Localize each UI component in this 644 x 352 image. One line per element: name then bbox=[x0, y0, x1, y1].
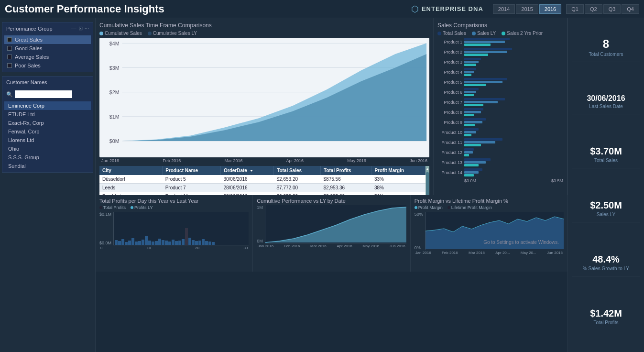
perf-item-1[interactable]: Good Sales bbox=[4, 44, 91, 53]
logo: ⬡ ENTERPRISE DNA bbox=[411, 4, 483, 14]
legend-dot-2 bbox=[148, 32, 152, 35]
top-charts-row: Cumulative Sales Time Frame Comparisons … bbox=[96, 18, 568, 195]
profit-margin-chart: Profit Margin vs Lifetime Profit Margin … bbox=[411, 195, 568, 272]
kpi-panel: 8 Total Customers 30/06/2016 Last Sales … bbox=[568, 18, 644, 352]
customer-item-6[interactable]: S.S.S. Group bbox=[4, 153, 91, 162]
legend-dot-total bbox=[437, 32, 441, 35]
table-cell-1-2: 28/06/2016 bbox=[220, 184, 273, 192]
profit-margin-area: 50% 0% Go to Settings to activate Window… bbox=[415, 212, 564, 250]
profit-bar-10 bbox=[148, 241, 151, 245]
kpi-last-sales-date-value: 30/06/2016 bbox=[572, 94, 640, 103]
area-chart-svg: $4M $3M $2M $1M $0M bbox=[99, 38, 429, 157]
bar-10-1 bbox=[464, 141, 495, 143]
bar-group-0 bbox=[464, 38, 563, 46]
bar-12-1 bbox=[464, 161, 486, 164]
profit-bar-14 bbox=[162, 240, 164, 245]
bar-11-2 bbox=[464, 154, 469, 156]
profit-bar-21 bbox=[185, 228, 188, 245]
year-button-2014[interactable]: 2014 bbox=[493, 4, 515, 14]
legend-profit-margin: Profit Margin bbox=[415, 205, 443, 210]
legend-cumulative-sales-ly: Cumulative Sales LY bbox=[148, 31, 197, 36]
page-title: Customer Performance Insights bbox=[5, 3, 411, 15]
customer-search-input[interactable] bbox=[15, 90, 72, 98]
perf-checkbox-1 bbox=[7, 46, 12, 51]
quarter-button-Q3[interactable]: Q3 bbox=[603, 4, 621, 14]
bar-label-13: Product 14 bbox=[437, 170, 462, 175]
legend-total-profits: Total Profits bbox=[99, 205, 126, 210]
profit-bar-16 bbox=[168, 242, 171, 245]
quarter-button-Q4[interactable]: Q4 bbox=[622, 4, 639, 14]
legend-label-2: Cumulative Sales LY bbox=[153, 31, 197, 36]
bar-11-0 bbox=[464, 148, 474, 151]
area-bottom-pm: Go to Settings to activate Windows. bbox=[425, 212, 564, 250]
kpi-sales-ly-value: $2.50M bbox=[572, 199, 640, 211]
bar-6-1 bbox=[464, 101, 498, 103]
table-row: DüsseldorfProduct 530/06/2016$2,653.20$8… bbox=[99, 175, 426, 184]
bar-10-0 bbox=[464, 138, 502, 141]
scroll-up[interactable]: ▲ bbox=[426, 167, 429, 171]
bar-7-1 bbox=[464, 111, 481, 113]
bar-group-12 bbox=[464, 158, 563, 166]
bar-row-4: Product 5 bbox=[437, 78, 563, 86]
profit-bar-7 bbox=[138, 241, 141, 245]
year-filter: 201420152016 bbox=[493, 4, 561, 14]
kpi-sales-ly: $2.50M Sales LY bbox=[572, 199, 640, 222]
customer-item-4[interactable]: Llorens Ltd bbox=[4, 136, 91, 144]
bar-label-7: Product 8 bbox=[437, 110, 462, 115]
bar-13-2 bbox=[464, 174, 474, 176]
profits-day-chart-area: $0.1M $0.0M bbox=[99, 212, 249, 245]
customer-item-7[interactable]: Sundial bbox=[4, 162, 91, 170]
bar-10-2 bbox=[464, 144, 481, 146]
quarter-button-Q2[interactable]: Q2 bbox=[585, 4, 602, 14]
expand-icon[interactable]: ⊡ bbox=[78, 25, 83, 32]
bar-2-0 bbox=[464, 58, 481, 60]
bar-row-5: Product 6 bbox=[437, 88, 563, 96]
bar-4-2 bbox=[464, 84, 486, 86]
col-total-profits: Total Profits bbox=[321, 166, 371, 175]
bar-label-12: Product 13 bbox=[437, 160, 462, 165]
sales-comparison-title: Sales Comparisons bbox=[437, 22, 563, 29]
bar-1-2 bbox=[464, 54, 488, 56]
perf-label-0: Great Sales bbox=[15, 37, 43, 43]
kpi-last-sales-date: 30/06/2016 Last Sales Date bbox=[572, 94, 640, 114]
bar-12-2 bbox=[464, 164, 479, 166]
profit-bar-4 bbox=[128, 241, 131, 245]
table-cell-0-4: $875.56 bbox=[321, 175, 371, 184]
bar-row-1: Product 2 bbox=[437, 48, 563, 56]
svg-text:$1M: $1M bbox=[109, 115, 120, 120]
bar-label-2: Product 3 bbox=[437, 60, 462, 65]
perf-item-2[interactable]: Average Sales bbox=[4, 53, 91, 61]
year-button-2015[interactable]: 2015 bbox=[516, 4, 538, 14]
year-button-2016[interactable]: 2016 bbox=[539, 4, 561, 14]
perf-label-1: Good Sales bbox=[15, 45, 42, 51]
bar-9-1 bbox=[464, 131, 476, 133]
profit-bar-19 bbox=[178, 241, 181, 245]
perf-item-0[interactable]: Great Sales bbox=[4, 35, 91, 44]
customer-item-5[interactable]: Ohio bbox=[4, 144, 91, 153]
legend-dot-ly bbox=[472, 32, 476, 35]
more-icon[interactable]: ··· bbox=[85, 25, 89, 32]
customer-item-2[interactable]: Exact-Rx, Corp bbox=[4, 119, 91, 127]
profit-bar-28 bbox=[208, 242, 211, 245]
minimize-icon[interactable]: — bbox=[71, 25, 76, 32]
customer-item-0[interactable]: Eminence Corp bbox=[4, 101, 91, 110]
quarter-filter: Q1Q2Q3Q4 bbox=[566, 4, 639, 14]
bar-group-7 bbox=[464, 108, 563, 116]
bar-chart-rows: Product 1Product 2Product 3Product 4Prod… bbox=[437, 38, 563, 176]
customer-names-panel: Customer Names 🔍 Eminence CorpETUDE LtdE… bbox=[2, 76, 93, 173]
bar-2-2 bbox=[464, 64, 476, 66]
bar-group-10 bbox=[464, 138, 563, 146]
profit-bar-17 bbox=[172, 240, 175, 245]
customer-item-3[interactable]: Fenwal, Corp bbox=[4, 127, 91, 136]
app-container: Customer Performance Insights ⬡ ENTERPRI… bbox=[0, 0, 644, 352]
bar-7-2 bbox=[464, 114, 474, 116]
header: Customer Performance Insights ⬡ ENTERPRI… bbox=[0, 0, 644, 18]
perf-item-3[interactable]: Poor Sales bbox=[4, 61, 91, 70]
legend-total-sales: Total Sales bbox=[437, 31, 466, 36]
bar-label-10: Product 11 bbox=[437, 140, 462, 145]
quarter-button-Q1[interactable]: Q1 bbox=[566, 4, 584, 14]
area-chart: $4M $3M $2M $1M $0M bbox=[99, 38, 429, 157]
customer-item-1[interactable]: ETUDE Ltd bbox=[4, 110, 91, 119]
col-total-sales: Total Sales bbox=[274, 166, 321, 175]
profits-x-labels: 0 10 20 30 bbox=[99, 245, 249, 251]
